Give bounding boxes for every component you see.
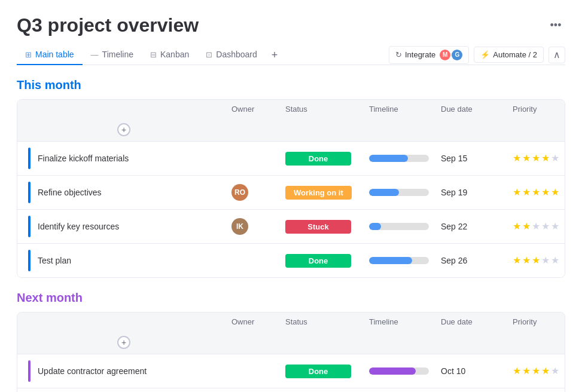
task-name: Refine objectives xyxy=(38,188,102,197)
task-due-date: Oct 10 xyxy=(435,354,507,388)
star-5: ★ xyxy=(551,188,559,197)
tab-main-table-label: Main table xyxy=(35,50,74,59)
more-icon: ••• xyxy=(550,19,562,32)
header-row: Q3 project overview ••• xyxy=(17,14,565,36)
star-5: ★ xyxy=(551,154,559,163)
th-priority: Priority xyxy=(507,100,531,118)
th-timeline: Timeline xyxy=(363,100,435,118)
table-row: Refine objectives RO Working on it Sep 1… xyxy=(17,176,565,210)
task-owner: CR xyxy=(226,388,279,392)
task-priority: ★ ★ ★ ★ ★ xyxy=(507,388,531,392)
status-badge[interactable]: Done xyxy=(285,365,351,378)
tab-kanban[interactable]: ⊟ Kanban xyxy=(142,45,197,65)
this-month-section: This month Owner Status Timeline Due dat… xyxy=(17,78,565,278)
status-badge[interactable]: Done xyxy=(285,254,351,268)
task-due-date: Oct 13 xyxy=(435,388,507,392)
timeline-bar xyxy=(369,155,429,162)
next-month-section: Next month Owner Status Timeline Due dat… xyxy=(17,291,565,392)
task-status[interactable]: Done xyxy=(279,244,363,277)
th-due-date: Due date xyxy=(435,100,507,118)
automate-button[interactable]: ⚡ Automate / 2 xyxy=(474,47,544,63)
task-status[interactable]: Working on it xyxy=(279,388,363,392)
next-month-header: Owner Status Timeline Due date Priority … xyxy=(17,313,565,354)
task-status[interactable]: Working on it xyxy=(279,176,363,209)
tab-group: ⊞ Main table — Timeline ⊟ Kanban ⊡ Dashb… xyxy=(17,45,284,65)
task-owner xyxy=(226,244,279,277)
star-2: ★ xyxy=(522,222,531,231)
kanban-icon: ⊟ xyxy=(150,50,157,59)
status-badge[interactable]: Working on it xyxy=(285,186,352,200)
task-name-cell: Conduct a risk assessment xyxy=(22,388,226,392)
star-4: ★ xyxy=(541,222,550,231)
task-owner xyxy=(226,354,279,388)
timeline-fill xyxy=(369,257,412,264)
dashboard-icon: ⊡ xyxy=(206,50,212,59)
task-priority: ★ ★ ★ ★ ★ xyxy=(507,354,531,388)
tab-timeline-label: Timeline xyxy=(102,50,133,59)
task-owner: RO xyxy=(226,176,279,209)
section-bar xyxy=(28,250,31,271)
task-priority: ★ ★ ★ ★ ★ xyxy=(507,176,531,209)
tab-kanban-label: Kanban xyxy=(160,50,189,59)
th-due-date: Due date xyxy=(435,313,507,331)
section-bar xyxy=(28,216,31,237)
integrate-button[interactable]: ↻ Integrate M G xyxy=(389,46,469,64)
th-status: Status xyxy=(279,100,363,118)
status-badge[interactable]: Done xyxy=(285,152,351,166)
tab-timeline[interactable]: — Timeline xyxy=(83,45,142,65)
star-1: ★ xyxy=(513,256,521,265)
task-timeline xyxy=(363,244,435,277)
this-month-header: Owner Status Timeline Due date Priority … xyxy=(17,100,565,142)
task-owner: IK xyxy=(226,210,279,243)
section-bar xyxy=(28,360,31,382)
automate-icon: ⚡ xyxy=(480,50,490,59)
integrate-avatar-1: M xyxy=(440,50,450,60)
task-owner xyxy=(226,142,279,175)
add-column-button[interactable]: + xyxy=(117,123,130,136)
th-priority: Priority xyxy=(507,313,531,331)
th-task-name xyxy=(22,100,226,118)
task-name: Identify key resources xyxy=(38,222,119,231)
chevron-up-button[interactable]: ∧ xyxy=(549,47,565,63)
task-timeline xyxy=(363,142,435,175)
this-month-table: Owner Status Timeline Due date Priority … xyxy=(17,99,565,278)
task-name: Update contractor agreement xyxy=(38,366,147,376)
th-add-column-2[interactable]: + xyxy=(22,331,226,354)
tab-add-button[interactable]: + xyxy=(266,45,284,65)
task-priority: ★ ★ ★ ★ ★ xyxy=(507,244,531,277)
task-status[interactable]: Done xyxy=(279,354,363,388)
star-3: ★ xyxy=(532,222,540,231)
star-2: ★ xyxy=(522,366,531,376)
task-status[interactable]: Done xyxy=(279,142,363,175)
timeline-fill xyxy=(369,189,399,196)
tab-main-table[interactable]: ⊞ Main table xyxy=(17,45,83,65)
stars: ★ ★ ★ ★ ★ xyxy=(513,256,559,265)
star-1: ★ xyxy=(513,222,521,231)
table-row: Update contractor agreement Done Oct 10 … xyxy=(17,354,565,388)
star-3: ★ xyxy=(532,188,540,197)
integrate-avatar-2: G xyxy=(452,50,462,60)
th-add-column[interactable]: + xyxy=(22,118,226,141)
tab-dashboard[interactable]: ⊡ Dashboard xyxy=(197,45,266,65)
timeline-icon: — xyxy=(91,50,99,59)
table-row: Test plan Done Sep 26 ★ ★ ★ xyxy=(17,244,565,277)
status-badge[interactable]: Stuck xyxy=(285,220,351,234)
integrate-label: Integrate xyxy=(405,50,435,59)
task-status[interactable]: Stuck xyxy=(279,210,363,243)
add-column-button-2[interactable]: + xyxy=(117,336,130,349)
th-owner: Owner xyxy=(226,100,279,118)
task-due-date: Sep 26 xyxy=(435,244,507,277)
star-1: ★ xyxy=(513,188,521,197)
star-4: ★ xyxy=(541,256,550,265)
star-4: ★ xyxy=(541,366,550,376)
task-priority: ★ ★ ★ ★ ★ xyxy=(507,210,531,243)
more-button[interactable]: ••• xyxy=(546,16,565,35)
timeline-fill xyxy=(369,368,416,375)
timeline-bar xyxy=(369,223,429,230)
tab-dashboard-label: Dashboard xyxy=(216,50,257,59)
th-owner: Owner xyxy=(226,313,279,331)
next-month-title: Next month xyxy=(17,291,565,305)
task-due-date: Sep 22 xyxy=(435,210,507,243)
timeline-bar xyxy=(369,257,429,264)
th-timeline: Timeline xyxy=(363,313,435,331)
